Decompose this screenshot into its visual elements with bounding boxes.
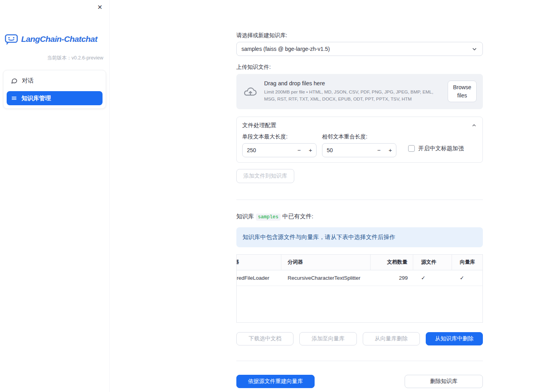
expander-body: 单段文本最大长度: 250 − + 相邻文本重合长度: 50 − + — [242, 133, 477, 157]
column-header-doc-count[interactable]: 文档数量 — [371, 255, 413, 270]
add-files-to-kb-button[interactable]: 添加文件到知识库 — [236, 169, 294, 183]
table-cell-vector-store[interactable]: ✓ — [452, 270, 482, 286]
zh-title-enhance-label[interactable]: 开启中文标题加强 — [418, 145, 464, 152]
upload-files-label: 上传知识文件: — [236, 64, 483, 71]
table-header-row: 器 分词器 文档数量 源文件 向量库 — [237, 255, 482, 270]
sidebar-item-dialogue[interactable]: 对话 — [7, 74, 103, 88]
kb-name-code: samples — [256, 214, 281, 221]
column-header-vector-store[interactable]: 向量库 — [452, 255, 482, 270]
delete-kb-button[interactable]: 删除知识库 — [405, 375, 483, 388]
kb-selectbox[interactable]: samples (faiss @ bge-large-zh-v1.5) — [236, 42, 483, 56]
logo-chat-icon — [5, 34, 18, 45]
overlap-length-field: 相邻文本重合长度: 50 − + — [322, 133, 396, 157]
main-content: 请选择或新建知识库: samples (faiss @ bge-large-zh… — [110, 0, 540, 392]
browse-files-button[interactable]: Browse files — [448, 81, 477, 102]
zh-title-enhance-checkbox[interactable] — [408, 145, 415, 152]
info-banner: 知识库中包含源文件与向量库，请从下表中选择文件后操作 — [236, 227, 483, 247]
files-table[interactable]: 器 分词器 文档数量 源文件 向量库 redFileLoader Recursi… — [236, 254, 483, 323]
max-length-field: 单段文本最大长度: 250 − + — [242, 133, 317, 157]
chevron-down-icon — [471, 46, 478, 52]
file-config-expander: 文件处理配置 单段文本最大长度: 250 − + 相邻文 — [236, 117, 483, 163]
table-row[interactable]: redFileLoader RecursiveCharacterTextSpli… — [237, 270, 482, 286]
file-action-buttons: 下载选中文档 添加至向量库 从向量库删除 从知识库中删除 — [236, 332, 483, 345]
rebuild-vector-store-button[interactable]: 依据源文件重建向量库 — [236, 375, 315, 388]
overlap-length-input[interactable]: 50 − + — [322, 143, 396, 157]
table-empty-area — [237, 286, 482, 322]
table-cell-source-file[interactable]: ✓ — [413, 270, 452, 286]
table-cell-loader[interactable]: redFileLoader — [237, 270, 281, 286]
spacer — [315, 375, 405, 388]
menu-item-label: 对话 — [22, 77, 34, 85]
increment-button[interactable]: + — [305, 144, 316, 157]
max-length-label: 单段文本最大长度: — [242, 133, 317, 140]
file-uploader-dropzone[interactable]: Drag and drop files here Limit 200MB per… — [236, 74, 483, 109]
column-header-loader[interactable]: 器 — [237, 255, 281, 270]
zh-title-enhance-field: 开启中文标题加强 — [408, 145, 464, 152]
list-icon — [11, 95, 17, 101]
menu-item-label: 知识库管理 — [22, 95, 51, 102]
info-text: 知识库中包含源文件与向量库，请从下表中选择文件后操作 — [243, 234, 395, 240]
table-cell-doc-count[interactable]: 299 — [371, 270, 413, 286]
sidebar-item-kb-management[interactable]: 知识库管理 — [7, 91, 103, 105]
uploader-texts: Drag and drop files here Limit 200MB per… — [264, 80, 442, 103]
kb-select-value: samples (faiss @ bge-large-zh-v1.5) — [241, 46, 330, 52]
expander-title: 文件处理配置 — [242, 122, 276, 129]
overlap-length-value: 50 — [322, 147, 373, 153]
table-cell-splitter[interactable]: RecursiveCharacterTextSplitter — [281, 270, 371, 286]
logo-text: LangChain-Chatchat — [21, 34, 97, 44]
delete-from-vector-store-button[interactable]: 从向量库删除 — [363, 332, 420, 345]
expander-header[interactable]: 文件处理配置 — [242, 122, 477, 129]
sidebar: ✕ LangChain-Chatchat 当前版本：v0.2.6-preview… — [0, 0, 110, 392]
overlap-length-label: 相邻文本重合长度: — [322, 133, 396, 140]
kb-line-prefix: 知识库 — [236, 213, 254, 219]
divider — [236, 200, 483, 200]
upload-cloud-icon — [243, 86, 257, 97]
add-to-vector-store-button[interactable]: 添加至向量库 — [299, 332, 356, 345]
kb-level-buttons: 依据源文件重建向量库 删除知识库 — [236, 375, 483, 388]
column-header-source-file[interactable]: 源文件 — [413, 255, 452, 270]
sidebar-close-button[interactable]: ✕ — [96, 3, 104, 12]
kb-files-heading: 知识库samples中已有文件: — [236, 213, 483, 220]
version-text: 当前版本：v0.2.6-preview — [0, 55, 109, 61]
kb-line-suffix: 中已有文件: — [283, 213, 313, 219]
delete-from-kb-button[interactable]: 从知识库中删除 — [426, 332, 483, 345]
download-selected-button[interactable]: 下载选中文档 — [236, 332, 293, 345]
divider — [236, 361, 483, 361]
column-header-splitter[interactable]: 分词器 — [281, 255, 371, 270]
app-logo: LangChain-Chatchat — [5, 34, 109, 45]
chevron-up-icon — [471, 122, 477, 128]
decrement-button[interactable]: − — [293, 144, 305, 157]
sidebar-menu: 对话 知识库管理 — [3, 70, 106, 109]
chat-bubble-icon — [11, 77, 18, 84]
drag-drop-text: Drag and drop files here — [264, 80, 442, 86]
file-limit-text: Limit 200MB per file • HTML, MD, JSON, C… — [264, 88, 442, 103]
max-length-value: 250 — [243, 147, 293, 153]
max-length-input[interactable]: 250 − + — [242, 143, 317, 157]
kb-select-label: 请选择或新建知识库: — [236, 32, 483, 39]
increment-button[interactable]: + — [385, 144, 396, 157]
decrement-button[interactable]: − — [373, 144, 385, 157]
